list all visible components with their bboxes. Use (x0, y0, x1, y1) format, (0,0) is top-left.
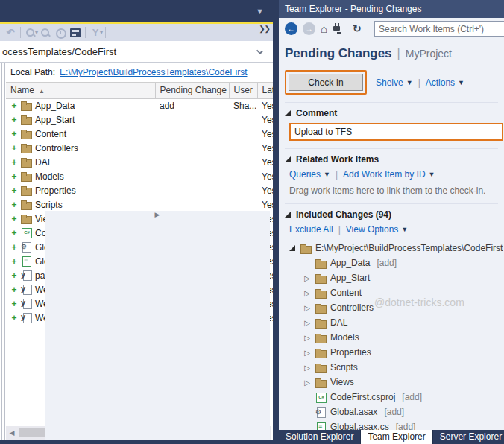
panel-tab[interactable]: Team Explorer (361, 430, 432, 444)
tree-item[interactable]: DAL (285, 315, 504, 330)
link-separator: | (336, 169, 338, 180)
search-disabled-icon[interactable] (38, 25, 53, 39)
page-title[interactable]: Pending Changes (285, 46, 392, 61)
item-user (229, 183, 257, 197)
panel-tab[interactable]: Server Explorer (433, 430, 504, 444)
tree-expander-icon[interactable] (303, 289, 312, 297)
expanded-triangle-icon[interactable] (289, 245, 295, 251)
chevron-down-icon[interactable] (256, 48, 263, 54)
included-changes-header[interactable]: Included Changes (94) (285, 209, 504, 220)
related-work-items-header[interactable]: Related Work Items (285, 154, 504, 165)
tree-expander-icon[interactable] (303, 274, 312, 282)
panel-splitter[interactable] (273, 0, 279, 444)
visual-studio-window: ▼ ↶ ▾ Y ▾ ❯❯ ocessTemplates/CodeFirst Lo… (0, 0, 504, 444)
refresh-icon[interactable]: ↻ (353, 23, 362, 34)
local-path-link[interactable]: E:\MyProject\BuildProcessTemplates\CodeF… (60, 67, 247, 77)
section-expanded-icon[interactable] (285, 110, 291, 116)
tree-expander-icon[interactable] (303, 364, 312, 372)
add-work-item-by-id-link[interactable]: Add Work Item by ID (343, 169, 425, 180)
view-options-link[interactable]: View Options (346, 224, 398, 235)
source-location-combobox[interactable]: ocessTemplates/CodeFirst (0, 41, 273, 63)
table-row[interactable]: +Controllers Yes (6, 141, 273, 155)
tree-item-label: CodeFirst.csproj (330, 392, 395, 402)
compare-icon[interactable] (68, 25, 83, 39)
actions-link[interactable]: Actions (426, 77, 455, 88)
tree-expander-icon[interactable] (303, 334, 312, 342)
item-name: Content (35, 129, 66, 139)
team-explorer-content: Pending Changes | MyProject Check In She… (279, 39, 504, 444)
team-explorer-panel: Team Explorer - Pending Changes ← → ⌂ ↻ … (279, 0, 504, 444)
included-links-row: Exclude All | View Options ▼ (289, 224, 504, 235)
tree-item[interactable]: Content (285, 285, 504, 300)
table-row[interactable]: +Scripts Yes (6, 197, 273, 212)
item-pending-change (155, 141, 229, 155)
check-in-button[interactable]: Check In (289, 74, 363, 91)
pending-add-plus-icon: + (10, 115, 18, 125)
view-options-dropdown-icon[interactable]: ▼ (401, 226, 408, 233)
shelve-link[interactable]: Shelve (376, 77, 403, 88)
pending-add-plus-icon: + (10, 200, 18, 210)
shelve-dropdown-icon[interactable]: ▼ (406, 79, 413, 86)
tree-item[interactable]: Global.asax [add] (285, 405, 504, 419)
table-row[interactable]: +Content Yes (6, 127, 273, 141)
home-icon[interactable]: ⌂ (321, 23, 327, 34)
column-header-name[interactable]: Name▲ (6, 83, 155, 98)
file-type-icon (21, 171, 32, 181)
tree-item[interactable]: Controllers (285, 300, 504, 315)
tree-item[interactable]: CodeFirst.csproj [add] (285, 390, 504, 405)
forward-icon[interactable]: → (303, 22, 315, 35)
left-panel-titlebar: ▼ (0, 0, 273, 22)
section-expanded-icon[interactable] (285, 156, 291, 162)
actions-dropdown-icon[interactable]: ▼ (458, 79, 464, 86)
tree-expander-icon[interactable] (303, 349, 312, 357)
table-row[interactable]: +Models Yes (6, 169, 273, 183)
table-row[interactable]: +Properties Yes (6, 183, 273, 197)
tree-root-item[interactable]: E:\MyProject\BuildProcessTemplates\CodeF… (285, 241, 504, 256)
branch-dropdown-arrow-icon[interactable]: ▾ (100, 29, 103, 36)
file-type-icon (315, 363, 327, 372)
included-changes-tree: E:\MyProject\BuildProcessTemplates\CodeF… (285, 241, 504, 444)
scroll-left-icon[interactable]: ◀ (6, 429, 18, 437)
tree-item[interactable]: Models (285, 330, 504, 345)
panel-tab[interactable]: Solution Explorer (279, 430, 361, 444)
table-row[interactable]: +App_Start Yes (6, 112, 273, 127)
add-work-item-dropdown-icon[interactable]: ▼ (429, 171, 435, 178)
tree-item[interactable]: App_Start (285, 270, 504, 285)
table-row[interactable]: +App_Data add Sha... Yes (6, 98, 273, 112)
section-expanded-icon[interactable] (285, 212, 291, 218)
column-header-user[interactable]: User (229, 83, 257, 98)
toolbar-overflow-icon[interactable]: ❯❯ (259, 25, 270, 33)
table-row[interactable]: +DAL Yes (6, 155, 273, 169)
horizontal-scrollbar[interactable]: ◀ ▶ (6, 426, 271, 440)
exclude-all-link[interactable]: Exclude All (289, 224, 333, 235)
tree-item[interactable]: App_Data [add] (285, 256, 504, 270)
undo-icon[interactable]: ↶ (3, 25, 18, 39)
item-pending-change (155, 197, 229, 212)
history-icon[interactable] (53, 25, 68, 39)
queries-link[interactable]: Queries (289, 169, 321, 180)
tree-expander-icon[interactable] (303, 319, 312, 327)
tree-item-label: Global.asax (330, 407, 377, 417)
column-header-pending-change[interactable]: Pending Change (155, 83, 229, 98)
file-type-icon (21, 228, 32, 238)
queries-dropdown-icon[interactable]: ▼ (324, 171, 330, 178)
tree-item[interactable]: Views (285, 375, 504, 390)
comment-section-header[interactable]: Comment (285, 108, 504, 118)
window-menu-arrow-icon[interactable]: ▼ (256, 7, 264, 16)
tree-expander-icon[interactable] (303, 378, 312, 387)
tree-expander-icon[interactable] (303, 304, 312, 312)
item-pending-change (155, 183, 229, 197)
tree-item[interactable]: Scripts (285, 360, 504, 375)
item-latest: Yes (257, 169, 273, 183)
scroll-right-icon[interactable]: ▶ (45, 211, 270, 444)
team-explorer-toolbar: ← → ⌂ ↻ (279, 18, 504, 39)
bottom-tab-bar: Solution Explorer Team Explorer Server E… (279, 430, 504, 444)
comment-input[interactable] (289, 123, 503, 141)
tree-item[interactable]: Properties (285, 345, 504, 360)
connect-plug-icon[interactable] (333, 23, 341, 34)
related-links-row: Queries ▼ | Add Work Item by ID ▼ (289, 169, 504, 180)
back-icon[interactable]: ← (285, 22, 297, 35)
search-work-items-input[interactable] (374, 21, 504, 37)
column-header-latest[interactable]: Latest (257, 83, 273, 98)
file-type-icon (315, 273, 327, 283)
